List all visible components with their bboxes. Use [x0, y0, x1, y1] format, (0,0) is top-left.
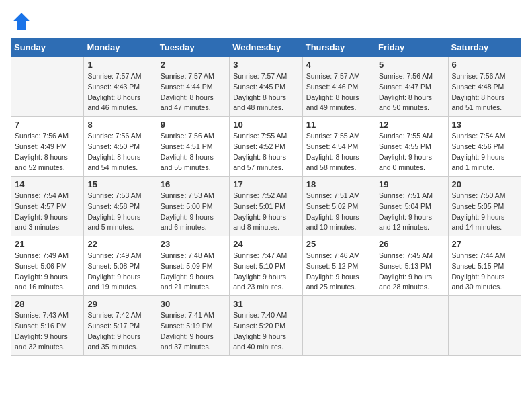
- day-info: Sunrise: 7:47 AMSunset: 5:10 PMDaylight:…: [233, 250, 298, 293]
- day-info: Sunrise: 7:53 AMSunset: 5:00 PMDaylight:…: [161, 191, 226, 233]
- day-cell: 3Sunrise: 7:57 AMSunset: 4:45 PMDaylight…: [230, 57, 302, 117]
- day-number: 5: [379, 60, 444, 70]
- day-number: 24: [233, 239, 298, 249]
- day-cell: 9Sunrise: 7:56 AMSunset: 4:51 PMDaylight…: [157, 117, 229, 177]
- day-number: 17: [233, 179, 298, 189]
- day-number: 19: [379, 179, 444, 189]
- day-cell: 27Sunrise: 7:44 AMSunset: 5:15 PMDayligh…: [448, 236, 521, 296]
- day-number: 6: [452, 60, 517, 70]
- day-number: 29: [87, 299, 152, 309]
- day-number: 28: [15, 299, 80, 309]
- week-row-3: 21Sunrise: 7:49 AMSunset: 5:06 PMDayligh…: [11, 236, 521, 296]
- day-cell: 5Sunrise: 7:56 AMSunset: 4:47 PMDaylight…: [375, 57, 448, 117]
- day-cell: 4Sunrise: 7:57 AMSunset: 4:46 PMDaylight…: [302, 57, 375, 117]
- logo: [11, 11, 35, 32]
- day-info: Sunrise: 7:56 AMSunset: 4:50 PMDaylight:…: [87, 131, 152, 173]
- header-monday: Monday: [84, 38, 157, 57]
- day-cell: 1Sunrise: 7:57 AMSunset: 4:43 PMDaylight…: [84, 57, 157, 117]
- day-cell: 23Sunrise: 7:48 AMSunset: 5:09 PMDayligh…: [157, 236, 229, 296]
- day-cell: 21Sunrise: 7:49 AMSunset: 5:06 PMDayligh…: [11, 236, 84, 296]
- day-number: 15: [87, 179, 152, 189]
- day-number: 8: [87, 120, 152, 130]
- day-number: 13: [452, 120, 517, 130]
- day-info: Sunrise: 7:56 AMSunset: 4:47 PMDaylight:…: [379, 71, 444, 113]
- day-cell: 28Sunrise: 7:43 AMSunset: 5:16 PMDayligh…: [11, 296, 84, 356]
- day-number: 11: [306, 120, 371, 130]
- day-cell: 6Sunrise: 7:56 AMSunset: 4:48 PMDaylight…: [448, 57, 521, 117]
- day-cell: [302, 296, 375, 356]
- day-number: 30: [161, 299, 226, 309]
- day-number: 22: [87, 239, 152, 249]
- day-cell: 30Sunrise: 7:41 AMSunset: 5:19 PMDayligh…: [157, 296, 229, 356]
- day-cell: 18Sunrise: 7:51 AMSunset: 5:02 PMDayligh…: [302, 177, 375, 236]
- day-number: 26: [379, 239, 444, 249]
- day-cell: 25Sunrise: 7:46 AMSunset: 5:12 PMDayligh…: [302, 236, 375, 296]
- day-number: 9: [161, 120, 226, 130]
- day-info: Sunrise: 7:56 AMSunset: 4:48 PMDaylight:…: [452, 71, 517, 113]
- day-info: Sunrise: 7:55 AMSunset: 4:54 PMDaylight:…: [306, 131, 371, 173]
- day-info: Sunrise: 7:41 AMSunset: 5:19 PMDaylight:…: [161, 310, 226, 353]
- day-info: Sunrise: 7:49 AMSunset: 5:08 PMDaylight:…: [87, 250, 152, 293]
- header-friday: Friday: [375, 38, 448, 57]
- day-cell: 11Sunrise: 7:55 AMSunset: 4:54 PMDayligh…: [302, 117, 375, 177]
- day-info: Sunrise: 7:54 AMSunset: 4:57 PMDaylight:…: [15, 191, 80, 233]
- day-number: 23: [161, 239, 226, 249]
- day-info: Sunrise: 7:56 AMSunset: 4:49 PMDaylight:…: [15, 131, 80, 173]
- day-number: 2: [161, 60, 226, 70]
- day-cell: 12Sunrise: 7:55 AMSunset: 4:55 PMDayligh…: [375, 117, 448, 177]
- day-info: Sunrise: 7:49 AMSunset: 5:06 PMDaylight:…: [15, 250, 80, 293]
- day-cell: 8Sunrise: 7:56 AMSunset: 4:50 PMDaylight…: [84, 117, 157, 177]
- day-number: 31: [233, 299, 298, 309]
- day-info: Sunrise: 7:57 AMSunset: 4:44 PMDaylight:…: [161, 71, 226, 113]
- day-number: 3: [233, 60, 298, 70]
- day-info: Sunrise: 7:55 AMSunset: 4:52 PMDaylight:…: [233, 131, 298, 173]
- day-info: Sunrise: 7:55 AMSunset: 4:55 PMDaylight:…: [379, 131, 444, 173]
- header-saturday: Saturday: [448, 38, 521, 57]
- day-cell: 13Sunrise: 7:54 AMSunset: 4:56 PMDayligh…: [448, 117, 521, 177]
- day-cell: 20Sunrise: 7:50 AMSunset: 5:05 PMDayligh…: [448, 177, 521, 236]
- day-number: 20: [452, 179, 517, 189]
- day-info: Sunrise: 7:57 AMSunset: 4:46 PMDaylight:…: [306, 71, 371, 113]
- day-number: 7: [15, 120, 80, 130]
- day-number: 21: [15, 239, 80, 249]
- day-cell: 26Sunrise: 7:45 AMSunset: 5:13 PMDayligh…: [375, 236, 448, 296]
- day-cell: 19Sunrise: 7:51 AMSunset: 5:04 PMDayligh…: [375, 177, 448, 236]
- day-info: Sunrise: 7:52 AMSunset: 5:01 PMDaylight:…: [233, 191, 298, 233]
- day-number: 4: [306, 60, 371, 70]
- day-info: Sunrise: 7:42 AMSunset: 5:17 PMDaylight:…: [87, 310, 152, 353]
- week-row-1: 7Sunrise: 7:56 AMSunset: 4:49 PMDaylight…: [11, 117, 521, 177]
- day-info: Sunrise: 7:50 AMSunset: 5:05 PMDaylight:…: [452, 191, 517, 233]
- day-info: Sunrise: 7:57 AMSunset: 4:43 PMDaylight:…: [87, 71, 152, 113]
- day-info: Sunrise: 7:51 AMSunset: 5:04 PMDaylight:…: [379, 191, 444, 233]
- day-cell: 22Sunrise: 7:49 AMSunset: 5:08 PMDayligh…: [84, 236, 157, 296]
- day-cell: 16Sunrise: 7:53 AMSunset: 5:00 PMDayligh…: [157, 177, 229, 236]
- day-cell: [11, 57, 84, 117]
- day-number: 12: [379, 120, 444, 130]
- day-cell: 14Sunrise: 7:54 AMSunset: 4:57 PMDayligh…: [11, 177, 84, 236]
- day-cell: 2Sunrise: 7:57 AMSunset: 4:44 PMDaylight…: [157, 57, 229, 117]
- day-info: Sunrise: 7:56 AMSunset: 4:51 PMDaylight:…: [161, 131, 226, 173]
- day-info: Sunrise: 7:46 AMSunset: 5:12 PMDaylight:…: [306, 250, 371, 293]
- day-cell: [448, 296, 521, 356]
- day-number: 18: [306, 179, 371, 189]
- svg-marker-0: [13, 13, 30, 30]
- header-wednesday: Wednesday: [230, 38, 302, 57]
- week-row-0: 1Sunrise: 7:57 AMSunset: 4:43 PMDaylight…: [11, 57, 521, 117]
- day-info: Sunrise: 7:48 AMSunset: 5:09 PMDaylight:…: [161, 250, 226, 293]
- header-thursday: Thursday: [302, 38, 375, 57]
- day-info: Sunrise: 7:43 AMSunset: 5:16 PMDaylight:…: [15, 310, 80, 353]
- day-info: Sunrise: 7:54 AMSunset: 4:56 PMDaylight:…: [452, 131, 517, 173]
- day-cell: 15Sunrise: 7:53 AMSunset: 4:58 PMDayligh…: [84, 177, 157, 236]
- day-info: Sunrise: 7:45 AMSunset: 5:13 PMDaylight:…: [379, 250, 444, 293]
- day-info: Sunrise: 7:57 AMSunset: 4:45 PMDaylight:…: [233, 71, 298, 113]
- day-number: 1: [87, 60, 152, 70]
- day-cell: 24Sunrise: 7:47 AMSunset: 5:10 PMDayligh…: [230, 236, 302, 296]
- calendar-table: SundayMondayTuesdayWednesdayThursdayFrid…: [11, 38, 521, 356]
- day-cell: 7Sunrise: 7:56 AMSunset: 4:49 PMDaylight…: [11, 117, 84, 177]
- day-number: 10: [233, 120, 298, 130]
- calendar-header-row: SundayMondayTuesdayWednesdayThursdayFrid…: [11, 38, 521, 57]
- day-number: 25: [306, 239, 371, 249]
- day-number: 14: [15, 179, 80, 189]
- day-number: 16: [161, 179, 226, 189]
- day-cell: 31Sunrise: 7:40 AMSunset: 5:20 PMDayligh…: [230, 296, 302, 356]
